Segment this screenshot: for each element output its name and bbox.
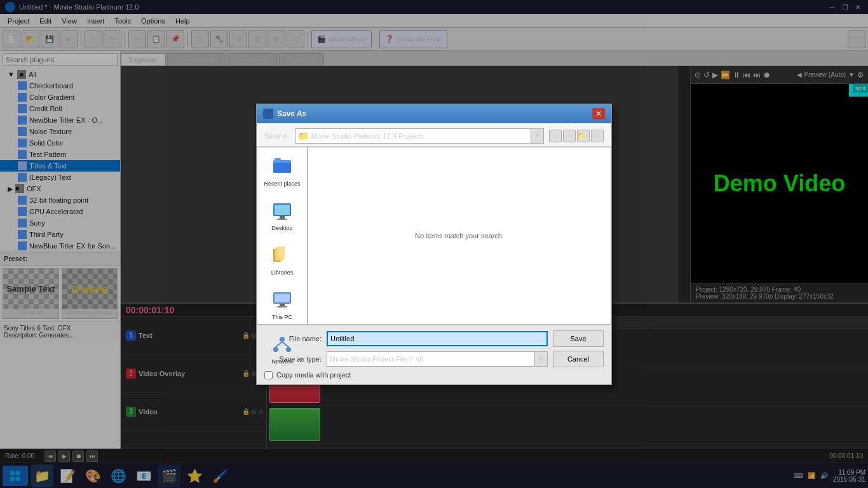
svg-rect-17 (277, 306, 287, 308)
copy-media-label: Copy media with project (276, 371, 351, 379)
nav-libraries[interactable]: Libraries (268, 241, 296, 278)
cancel-button[interactable]: Cancel (553, 351, 604, 367)
save-in-label: Save in: (264, 132, 290, 140)
savetype-row: Save as type: Movie Studio Project File … (264, 351, 604, 367)
nav-this-pc[interactable]: This PC (268, 286, 296, 323)
savetype-label: Save as type: (264, 355, 322, 363)
svg-rect-15 (275, 294, 290, 302)
svg-rect-10 (275, 205, 290, 215)
recent-places-icon (271, 155, 294, 178)
savetype-value: Movie Studio Project File (*.vf) (327, 355, 534, 363)
dialog-bottom: File name: Save Save as type: Movie Stud… (257, 325, 611, 384)
libraries-label: Libraries (271, 269, 294, 276)
filename-row: File name: Save (264, 330, 604, 347)
save-button[interactable]: Save (553, 330, 604, 347)
nav-buttons: ← ↑ 📁+ ≡ (549, 130, 604, 142)
save-in-arrow[interactable]: ▼ (531, 129, 543, 143)
folder-icon: 📁 (295, 131, 311, 141)
save-as-dialog: Save As ✕ Save in: 📁 Movie Studio Platin… (256, 104, 612, 385)
svg-line-22 (282, 342, 288, 347)
nav-back-btn[interactable]: ← (549, 130, 562, 142)
modal-overlay: Save As ✕ Save in: 📁 Movie Studio Platin… (0, 0, 868, 488)
this-pc-label: This PC (272, 314, 292, 320)
svg-rect-9 (277, 219, 287, 220)
svg-rect-8 (280, 216, 285, 219)
filename-label: File name: (264, 335, 322, 342)
svg-rect-5 (273, 163, 291, 173)
svg-point-19 (273, 347, 278, 352)
dialog-title-bar: Save As ✕ (257, 104, 611, 123)
save-in-value: Movie Studio Platinum 12.0 Projects (311, 132, 531, 140)
dialog-body: Recent places Desktop (257, 147, 611, 325)
desktop-icon (271, 200, 294, 222)
dialog-file-area: No items match your search. (308, 147, 611, 325)
savetype-arrow[interactable]: ▼ (534, 352, 547, 366)
dialog-app-icon (263, 109, 273, 119)
save-in-row: Save in: 📁 Movie Studio Platinum 12.0 Pr… (257, 123, 611, 147)
dialog-title-text: Save As (277, 109, 306, 118)
nav-view-btn[interactable]: ≡ (591, 130, 604, 142)
dialog-close-btn[interactable]: ✕ (592, 108, 605, 119)
libraries-icon (271, 244, 294, 267)
svg-point-20 (286, 347, 291, 352)
save-in-combo[interactable]: 📁 Movie Studio Platinum 12.0 Projects ▼ (295, 128, 544, 144)
filename-input[interactable] (327, 331, 548, 346)
nav-up-btn[interactable]: ↑ (563, 130, 576, 142)
dialog-sidebar: Recent places Desktop (257, 147, 308, 325)
copy-media-checkbox[interactable] (264, 371, 273, 379)
this-pc-icon (271, 288, 294, 311)
recent-places-label: Recent places (264, 180, 300, 187)
nav-new-folder-btn[interactable]: 📁+ (577, 130, 590, 142)
desktop-label: Desktop (271, 225, 292, 231)
no-items-text: No items match your search. (415, 232, 504, 240)
nav-recent-places[interactable]: Recent places (261, 152, 302, 189)
savetype-combo[interactable]: Movie Studio Project File (*.vf) ▼ (327, 351, 548, 367)
checkbox-row: Copy media with project (264, 371, 604, 379)
nav-desktop[interactable]: Desktop (268, 197, 296, 234)
svg-rect-6 (275, 158, 281, 162)
svg-rect-13 (277, 247, 285, 259)
svg-rect-16 (280, 304, 285, 306)
svg-line-21 (276, 342, 282, 347)
